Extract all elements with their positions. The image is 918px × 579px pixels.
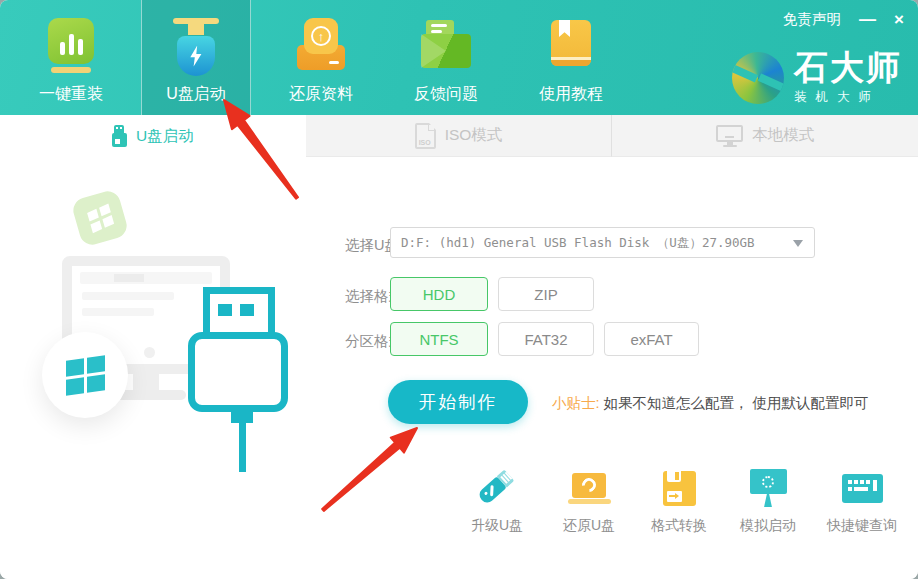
tab-label: U盘启动 — [136, 126, 194, 147]
mode-tabs: U盘启动 ISO ISO模式 本地模式 — [0, 115, 918, 157]
main-nav: 一键重装 U盘启动 ↑ 还原资料 — [16, 0, 641, 115]
tab-label: 本地模式 — [752, 125, 814, 146]
simulate-boot-icon — [750, 469, 787, 507]
tab-iso-mode[interactable]: ISO ISO模式 — [306, 115, 612, 157]
restore-box-icon: ↑ — [295, 18, 347, 72]
book-icon — [550, 18, 592, 70]
feedback-mail-icon — [421, 18, 471, 70]
floppy-convert-icon — [663, 471, 696, 506]
nav-label: 使用教程 — [539, 84, 603, 105]
brand-logo-icon — [732, 52, 784, 104]
tool-label: 模拟启动 — [740, 517, 796, 535]
monitor-stand — [133, 374, 159, 390]
brand-block: 石大师 装机大师 — [732, 50, 902, 106]
app-window: 一键重装 U盘启动 ↑ 还原资料 — [0, 0, 918, 579]
tool-restore-usb[interactable]: 还原U盘 — [539, 466, 639, 535]
nav-item-usb-boot[interactable]: U盘启动 — [141, 0, 251, 115]
keyboard-icon — [842, 474, 883, 503]
tab-local-mode[interactable]: 本地模式 — [611, 115, 918, 157]
partition-option-exfat[interactable]: exFAT — [604, 322, 699, 356]
tool-simulate-boot[interactable]: 模拟启动 — [718, 466, 818, 535]
nav-item-one-click-reinstall[interactable]: 一键重装 — [16, 0, 126, 115]
usb-plug-body-illustration — [188, 332, 288, 412]
tool-label: 升级U盘 — [471, 517, 523, 535]
titlebar-controls: 免责声明 — × — [783, 10, 904, 29]
brand-name: 石大师 — [794, 50, 902, 84]
close-button[interactable]: × — [894, 11, 904, 28]
tool-shortcut-query[interactable]: 快捷键查询 — [812, 466, 912, 535]
tool-label: 格式转换 — [651, 517, 707, 535]
format-option-hdd[interactable]: HDD — [390, 277, 488, 311]
usb-plug-metal-illustration — [203, 287, 275, 339]
tip-prefix: 小贴士: — [552, 395, 600, 411]
nav-label: U盘启动 — [166, 84, 226, 105]
minimize-button[interactable]: — — [859, 11, 876, 28]
tool-label: 还原U盘 — [563, 517, 615, 535]
shield-bolt-icon — [173, 18, 219, 76]
nav-item-tutorial[interactable]: 使用教程 — [516, 0, 626, 115]
partition-option-ntfs[interactable]: NTFS — [390, 322, 488, 356]
tool-label: 快捷键查询 — [827, 517, 897, 535]
laptop-restore-icon — [568, 473, 611, 504]
format-option-zip[interactable]: ZIP — [498, 277, 594, 311]
app-header: 一键重装 U盘启动 ↑ 还原资料 — [0, 0, 918, 115]
start-create-button[interactable]: 开始制作 — [388, 380, 528, 424]
disclaimer-link[interactable]: 免责声明 — [783, 10, 841, 29]
chevron-down-icon — [793, 240, 803, 247]
bar-chart-icon — [48, 18, 94, 76]
tool-format-convert[interactable]: 格式转换 — [629, 466, 729, 535]
brand-tagline: 装机大师 — [794, 89, 902, 106]
nav-item-feedback[interactable]: 反馈问题 — [391, 0, 501, 115]
usb-drive-select[interactable]: D:F: (hd1) General USB Flash Disk （U盘）27… — [390, 227, 815, 258]
nav-item-restore-data[interactable]: ↑ 还原资料 — [266, 0, 376, 115]
usb-upgrade-icon — [475, 466, 519, 510]
monitor-icon — [716, 125, 743, 147]
tip-text: 小贴士: 如果不知道怎么配置， 使用默认配置即可 — [552, 394, 869, 413]
nav-label: 一键重装 — [39, 84, 103, 105]
nav-label: 反馈问题 — [414, 84, 478, 105]
partition-option-fat32[interactable]: FAT32 — [498, 322, 594, 356]
usb-plug-cable — [239, 422, 246, 472]
windows-logo-badge — [42, 332, 128, 418]
iso-file-icon: ISO — [415, 123, 436, 149]
tab-label: ISO模式 — [445, 125, 503, 146]
nav-label: 还原资料 — [289, 84, 353, 105]
tab-usb-boot[interactable]: U盘启动 — [0, 115, 306, 157]
usb-icon — [112, 125, 127, 147]
tool-upgrade-usb[interactable]: 升级U盘 — [447, 466, 547, 535]
usb-drive-value: D:F: (hd1) General USB Flash Disk （U盘）27… — [391, 228, 814, 257]
